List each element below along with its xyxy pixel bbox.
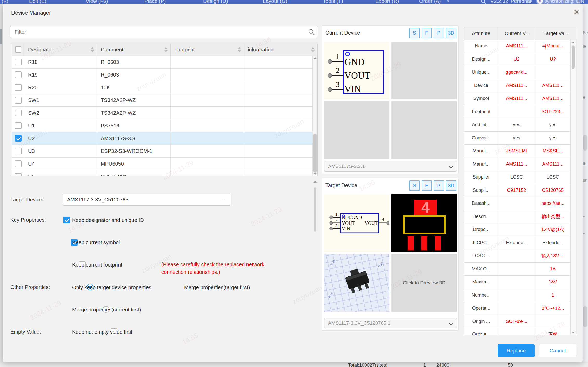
filter-input[interactable]	[10, 26, 318, 38]
scroll-up-icon[interactable]	[313, 181, 317, 183]
scrollbar-thumb[interactable]	[313, 134, 317, 173]
header-current-value: Current V...	[498, 27, 536, 40]
sort-icon[interactable]	[91, 47, 94, 52]
chevron-down-icon[interactable]: ▾	[530, 0, 532, 4]
scrollbar-thumb[interactable]	[572, 45, 575, 69]
current-device-panel: Current Device S F P 3D 1 2	[322, 25, 459, 174]
table-row[interactable]: U3 ESP32-S3-WROOM-1	[12, 145, 313, 158]
menu-item-layout[interactable]: Layout (G)	[263, 0, 287, 4]
form-scrollbar[interactable]	[313, 181, 317, 339]
cell-current-value: C917152	[498, 184, 535, 197]
account-menu[interactable]: Personal	[511, 0, 531, 4]
schematic-view-button[interactable]: S	[409, 180, 420, 191]
cell-current-value	[498, 249, 535, 262]
device-table-header: Designator Comment Footprint information	[12, 43, 317, 56]
cell-designator: U2	[24, 132, 97, 145]
keep-not-empty-label: Keep not empty value first	[72, 329, 132, 335]
table-row[interactable]: SW2 TS342A2P-WZ	[12, 107, 313, 119]
footprint-view-button[interactable]: F	[422, 28, 432, 38]
cell-target-value: SOT-223...	[535, 105, 571, 118]
table-row[interactable]: U2 AMS1117S-3.3	[12, 132, 313, 145]
target-device-field[interactable]: AMS1117-3.3V_C5120765 ...	[63, 194, 231, 206]
click-to-preview-3d[interactable]: Click to Preview 3D	[391, 254, 457, 312]
header-footprint[interactable]: Footprint	[171, 43, 244, 56]
device-table-scrollbar[interactable]	[312, 56, 317, 176]
header-designator[interactable]: Designator	[24, 43, 97, 56]
cell-current-value: ggeca4d...	[498, 66, 535, 79]
photo-view-button[interactable]: P	[434, 180, 444, 191]
cell-attribute: Origin ...	[464, 315, 498, 328]
menu-item-design[interactable]: Design (D)	[203, 0, 228, 4]
threed-view-button[interactable]: 3D	[446, 28, 456, 38]
row-checkbox[interactable]	[15, 160, 22, 167]
current-footprint-placeholder[interactable]	[391, 42, 457, 99]
table-row[interactable]: U1 PS7516	[12, 119, 313, 132]
row-checkbox[interactable]	[15, 148, 22, 154]
scroll-up-icon[interactable]	[313, 56, 317, 60]
row-checkbox[interactable]	[15, 122, 22, 129]
menu-item-place[interactable]: Place (P)	[144, 0, 166, 4]
photo-view-button[interactable]: P	[434, 28, 444, 38]
chevron-down-icon[interactable]: ▾	[447, 0, 449, 4]
threed-view-button[interactable]: 3D	[446, 180, 456, 191]
current-symbol-preview[interactable]: 1 2 3 GND VOUT VIN	[324, 42, 389, 99]
current-photo-placeholder[interactable]	[324, 101, 389, 159]
search-icon[interactable]	[480, 0, 486, 4]
header-label: Designator	[28, 47, 53, 53]
current-3d-placeholder[interactable]	[391, 101, 457, 159]
scroll-down-icon[interactable]	[571, 330, 576, 335]
row-checkbox[interactable]	[15, 97, 22, 104]
sort-icon[interactable]	[311, 47, 315, 52]
table-row[interactable]: R20 10K	[12, 81, 313, 94]
cell-target-value: C5120765	[535, 184, 571, 197]
target-variant-dropdown[interactable]: AMS1117-3.3V_C5120765.1	[324, 318, 457, 328]
select-all-checkbox[interactable]	[15, 46, 21, 53]
menu-item-tools[interactable]: Tools (T)	[323, 0, 343, 4]
table-row[interactable]: U4 MPU6050	[12, 158, 313, 170]
attribute-table-scrollbar[interactable]	[570, 40, 576, 335]
target-footprint-preview[interactable]: 4	[391, 194, 457, 252]
cell-target-value: MSKSE...	[535, 145, 571, 158]
scroll-up-icon[interactable]	[571, 40, 576, 44]
schematic-view-button[interactable]: S	[409, 28, 420, 38]
row-checkbox[interactable]	[15, 135, 22, 142]
cell-target-value: 1	[535, 289, 571, 302]
footprint-view-button[interactable]: F	[422, 180, 432, 191]
header-information[interactable]: information	[244, 43, 317, 56]
cell-information	[244, 107, 313, 119]
target-symbol-preview[interactable]: 1 2 3 4 ADJ/GND VOUT VIN VOUT	[324, 194, 389, 252]
footprint-drawing: 4	[391, 194, 457, 252]
keep-designator-checkbox[interactable]	[63, 217, 70, 223]
sort-icon[interactable]	[238, 47, 241, 52]
table-row[interactable]: R18 R_0603	[12, 56, 313, 69]
table-row[interactable]: U6 SPL06-001	[12, 170, 313, 176]
current-device-title: Current Device	[325, 30, 360, 36]
attribute-row: Dropo... 1.4V@(1A)	[464, 223, 571, 236]
menu-item-view[interactable]: View (F6)	[86, 0, 108, 4]
target-photo-preview[interactable]: 1cm 0cm 1cm	[324, 254, 389, 312]
language-toggle[interactable]: EN	[577, 0, 584, 4]
menu-item-file-partial[interactable]: (F)	[2, 0, 8, 4]
menu-item-order[interactable]: Order (A)	[419, 0, 441, 4]
row-checkbox[interactable]	[15, 59, 22, 65]
table-row[interactable]: R19 R_0603	[12, 69, 313, 81]
row-checkbox[interactable]	[15, 110, 22, 116]
current-variant-dropdown[interactable]: AMS1117S-3.3.1	[324, 161, 457, 172]
cancel-button[interactable]: Cancel	[539, 344, 576, 357]
cell-current-value	[498, 263, 535, 276]
row-checkbox[interactable]	[15, 173, 22, 176]
header-comment[interactable]: Comment	[97, 43, 171, 56]
table-row[interactable]: SW1 TS342A2P-WZ	[12, 94, 313, 107]
menu-item-export[interactable]: Export (R)	[375, 0, 399, 4]
scroll-down-icon[interactable]	[313, 172, 317, 176]
row-checkbox[interactable]	[15, 84, 22, 91]
close-icon[interactable]: ✕	[572, 8, 581, 17]
sort-icon[interactable]	[164, 47, 168, 52]
sync-status-pill: ⇅ synchronizing: 0	[536, 0, 582, 4]
menu-item-edit[interactable]: Edit (E)	[29, 0, 46, 4]
replace-button[interactable]: Replace	[498, 344, 535, 357]
more-icon[interactable]: ...	[220, 198, 226, 201]
scrollbar-thumb[interactable]	[314, 187, 316, 232]
row-checkbox[interactable]	[15, 71, 22, 78]
cell-footprint	[171, 69, 244, 81]
